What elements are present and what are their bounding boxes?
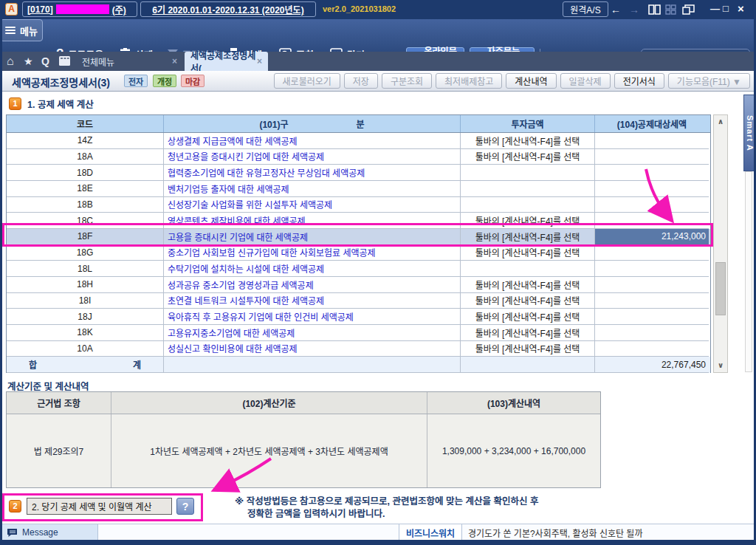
cell-amount[interactable] [595, 197, 709, 213]
table-row[interactable]: 18K고용유지중소기업에 대한 세액공제툴바의 [계산내역-F4]를 선택 [7, 325, 710, 341]
cell-amount[interactable] [595, 181, 709, 197]
table-row[interactable]: 18J육아휴직 후 고용유지 기업에 대한 인건비 세액공제툴바의 [계산내역-… [7, 309, 710, 325]
tab-tax-credit-statement[interactable]: 세액공제조정명세서( × [185, 52, 268, 71]
table-row[interactable]: 18A청년고용을 증대시킨 기업에 대한 세액공제툴바의 [계산내역-F4]를 … [7, 149, 710, 165]
minimum-tax-exclusion-button[interactable]: 최저배제참고 [436, 73, 502, 89]
cell-category[interactable]: 청년고용을 증대시킨 기업에 대한 세액공제 [164, 149, 461, 165]
news-ticker[interactable]: 경기도가 쏜 기본?사회주택, 활성화 신호탄 될까 [468, 527, 642, 539]
cell-category[interactable]: 협력중소기업에 대한 유형고정자산 무상임대 세액공제 [164, 165, 461, 181]
cell-category[interactable]: 성과공유 중소기업 경영성과급 세액공제 [164, 277, 461, 293]
tab-all-menu[interactable]: 전체메뉴 × [76, 52, 183, 71]
cell-code[interactable]: 18C [7, 213, 164, 229]
cell-category[interactable]: 고용을 증대시킨 기업에 대한 세액공제 [164, 229, 461, 245]
cell-investment[interactable]: 툴바의 [계산내역-F4]를 선택 [461, 309, 595, 325]
cell-category[interactable]: 벤처기업등 출자에 대한 세액공제 [164, 181, 461, 197]
function-group-button[interactable]: 기능모음(F11) ▼ [668, 73, 750, 89]
cell-category[interactable]: 초연결 네트워크 시설투자에 대한 세액공제 [164, 293, 461, 309]
cell-code[interactable]: 10A [7, 341, 164, 357]
menu-button[interactable]: 메뉴 [0, 19, 43, 41]
cell-code[interactable]: 18B [7, 197, 164, 213]
quick-menu-icon[interactable]: Q [41, 55, 49, 68]
cell-investment[interactable]: 툴바의 [계산내역-F4]를 선택 [461, 293, 595, 309]
cell-amount[interactable] [595, 341, 709, 357]
cell-category[interactable]: 신성장기술 사업화를 위한 시설투자 세액공제 [164, 197, 461, 213]
table-row[interactable]: 18B신성장기술 사업화를 위한 시설투자 세액공제 [7, 197, 710, 213]
cell-code[interactable]: 18G [7, 245, 164, 261]
company-selector[interactable]: [0170] (주) [22, 1, 137, 17]
cell-category[interactable]: 성실신고 확인비용에 대한 세액공제 [164, 341, 461, 357]
cell-investment[interactable]: 툴바의 [계산내역-F4]를 선택 [461, 229, 595, 245]
section2-selector[interactable]: 2. 당기 공제 세액 및 이월액 계산 [27, 498, 172, 515]
table-row[interactable]: 18D협력중소기업에 대한 유형고정자산 무상임대 세액공제 [7, 165, 710, 181]
maximize-icon[interactable]: □ [723, 1, 729, 16]
cell-category[interactable]: 고용유지중소기업에 대한 세액공제 [164, 325, 461, 341]
cell-amount[interactable] [595, 293, 709, 309]
favorite-icon[interactable]: ★ [24, 55, 33, 68]
division-inquiry-button[interactable]: 구분조회 [382, 73, 432, 89]
close-window-icon[interactable]: × [738, 1, 744, 16]
minimize-icon[interactable]: — [710, 1, 720, 16]
cell-investment[interactable]: 툴바의 [계산내역-F4]를 선택 [461, 149, 595, 165]
calc-detail-cell[interactable]: 1,309,000 + 3,234,000 + 16,700,000 [427, 414, 600, 487]
cell-code[interactable]: 18K [7, 325, 164, 341]
cell-amount[interactable] [595, 277, 709, 293]
cell-investment[interactable] [461, 197, 595, 213]
cell-investment[interactable]: 툴바의 [계산내역-F4]를 선택 [461, 213, 595, 229]
cell-code[interactable]: 18I [7, 293, 164, 309]
table-row[interactable]: 18C영상콘텐츠 제작비용에 대한 세액공제툴바의 [계산내역-F4]를 선택 [7, 213, 710, 229]
previous-period-form-button[interactable]: 전기서식 [614, 73, 664, 89]
table-row[interactable]: 18E벤처기업등 출자에 대한 세액공제 [7, 181, 710, 197]
cell-category[interactable]: 수탁기업에 설치하는 시설에 대한 세액공제 [164, 261, 461, 277]
home-icon[interactable]: ⌂ [7, 55, 14, 68]
save-button[interactable]: 저장 [344, 73, 378, 89]
cell-amount[interactable] [595, 165, 709, 181]
table-row[interactable]: 18H성과공유 중소기업 경영성과급 세액공제툴바의 [계산내역-F4]를 선택 [7, 277, 710, 293]
cell-code[interactable]: 18F [7, 229, 164, 245]
reload-button[interactable]: 새로불러오기 [274, 73, 340, 89]
cell-investment[interactable]: 툴바의 [계산내역-F4]를 선택 [461, 245, 595, 261]
cell-amount[interactable] [595, 325, 709, 341]
cell-category[interactable]: 중소기업 사회보험 신규가입에 대한 사회보험료 세액공제 [164, 245, 461, 261]
cell-investment[interactable]: 툴바의 [계산내역-F4]를 선택 [461, 133, 595, 149]
table-row[interactable]: 18G중소기업 사회보험 신규가입에 대한 사회보험료 세액공제툴바의 [계산내… [7, 245, 710, 261]
cell-investment[interactable]: 툴바의 [계산내역-F4]를 선택 [461, 325, 595, 341]
total-row[interactable]: 합계 22,767,450 [7, 357, 710, 373]
cell-investment[interactable]: 툴바의 [계산내역-F4]를 선택 [461, 341, 595, 357]
cell-code[interactable]: 14Z [7, 133, 164, 149]
cell-investment[interactable] [461, 181, 595, 197]
forward-icon[interactable]: → [629, 2, 639, 17]
batch-delete-button[interactable]: 일괄삭제 [560, 73, 611, 89]
remote-as-button[interactable]: 원격A/S [563, 1, 608, 17]
cell-amount[interactable] [595, 309, 709, 325]
scroll-down-icon[interactable]: ∨ [714, 360, 727, 371]
cell-amount[interactable] [595, 149, 709, 165]
section2-help-button[interactable]: ? [176, 498, 194, 515]
cell-investment[interactable]: 툴바의 [계산내역-F4]를 선택 [461, 277, 595, 293]
cell-amount[interactable] [595, 261, 709, 277]
cell-category[interactable]: 육아휴직 후 고용유지 기업에 대한 인건비 세액공제 [164, 309, 461, 325]
back-icon[interactable]: ← [611, 2, 621, 17]
cell-amount[interactable] [595, 245, 709, 261]
cell-code[interactable]: 18E [7, 181, 164, 197]
message-panel[interactable]: Message [0, 524, 98, 541]
calculation-detail-button[interactable]: 계산내역 [506, 73, 556, 89]
cell-amount[interactable]: 21,243,000 [595, 229, 709, 245]
cascade-windows-icon[interactable] [682, 4, 695, 15]
grid-layout-icon[interactable] [665, 4, 676, 15]
legal-basis-cell[interactable]: 법 제29조의7 [7, 414, 111, 487]
cell-code[interactable]: 18L [7, 261, 164, 277]
cell-code[interactable]: 18D [7, 165, 164, 181]
fiscal-period-selector[interactable]: 6기 2020.01.01-2020.12.31 (2020년도) [140, 1, 316, 17]
table-row[interactable]: 18F고용을 증대시킨 기업에 대한 세액공제툴바의 [계산내역-F4]를 선택… [7, 229, 710, 245]
menu-grid-icon[interactable] [59, 56, 70, 66]
table-row[interactable]: 10A성실신고 확인비용에 대한 세액공제툴바의 [계산내역-F4]를 선택 [7, 341, 710, 357]
scroll-up-icon[interactable]: ∧ [714, 116, 727, 128]
vertical-scrollbar[interactable]: ∧ ∨ [713, 114, 728, 373]
cell-investment[interactable] [461, 165, 595, 181]
table-row[interactable]: 18L수탁기업에 설치하는 시설에 대한 세액공제 [7, 261, 710, 277]
scrollbar-thumb[interactable] [715, 262, 726, 315]
cell-category[interactable]: 영상콘텐츠 제작비용에 대한 세액공제 [164, 213, 461, 229]
table-row[interactable]: 14Z상생결제 지급금액에 대한 세액공제툴바의 [계산내역-F4]를 선택 [7, 133, 710, 149]
tab-close-icon[interactable]: × [257, 56, 262, 66]
cell-code[interactable]: 18H [7, 277, 164, 293]
